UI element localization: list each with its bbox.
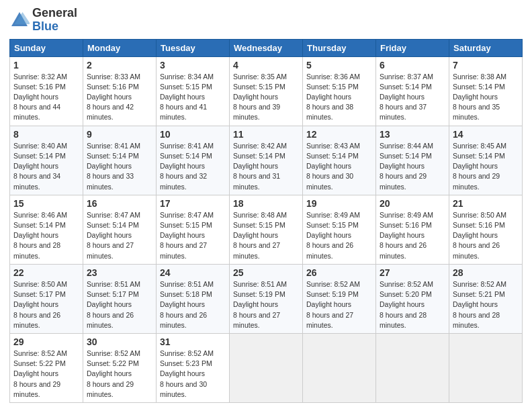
day-info: Sunrise: 8:34 AMSunset: 5:15 PMDaylight … (160, 72, 226, 123)
calendar-table: SundayMondayTuesdayWednesdayThursdayFrid… (9, 39, 523, 403)
day-number: 24 (160, 267, 226, 278)
calendar-day-cell: 11Sunrise: 8:42 AMSunset: 5:14 PMDayligh… (230, 126, 303, 195)
day-number: 10 (160, 129, 226, 140)
weekday-header: Saturday (449, 39, 523, 56)
day-number: 15 (13, 198, 79, 209)
calendar-day-cell: 14Sunrise: 8:45 AMSunset: 5:14 PMDayligh… (449, 126, 523, 195)
calendar-day-cell: 26Sunrise: 8:52 AMSunset: 5:19 PMDayligh… (303, 264, 376, 333)
header: General Blue (9, 7, 523, 34)
calendar-day-cell: 16Sunrise: 8:47 AMSunset: 5:14 PMDayligh… (83, 195, 157, 264)
page-container: General Blue SundayMondayTuesdayWednesda… (0, 0, 532, 408)
calendar-day-cell: 29Sunrise: 8:52 AMSunset: 5:22 PMDayligh… (10, 333, 83, 402)
day-info: Sunrise: 8:43 AMSunset: 5:14 PMDaylight … (306, 141, 372, 192)
day-info: Sunrise: 8:51 AMSunset: 5:17 PMDaylight … (87, 279, 152, 330)
logo-general: General (32, 6, 77, 19)
day-info: Sunrise: 8:37 AMSunset: 5:14 PMDaylight … (380, 72, 445, 123)
calendar-day-cell: 7Sunrise: 8:38 AMSunset: 5:14 PMDaylight… (449, 56, 523, 126)
day-info: Sunrise: 8:36 AMSunset: 5:15 PMDaylight … (306, 72, 372, 123)
day-number: 30 (87, 336, 152, 347)
calendar-day-cell: 8Sunrise: 8:40 AMSunset: 5:14 PMDaylight… (10, 126, 83, 195)
calendar-day-cell: 21Sunrise: 8:50 AMSunset: 5:16 PMDayligh… (449, 195, 523, 264)
logo-text: General Blue (32, 7, 77, 34)
day-info: Sunrise: 8:33 AMSunset: 5:16 PMDaylight … (87, 72, 152, 123)
logo-icon (9, 10, 30, 30)
day-info: Sunrise: 8:50 AMSunset: 5:17 PMDaylight … (13, 279, 79, 330)
day-number: 9 (87, 129, 152, 140)
weekday-header: Wednesday (230, 39, 303, 56)
calendar-week-row: 8Sunrise: 8:40 AMSunset: 5:14 PMDaylight… (10, 126, 523, 195)
calendar-day-cell (230, 333, 303, 402)
day-info: Sunrise: 8:49 AMSunset: 5:16 PMDaylight … (380, 210, 445, 261)
calendar-day-cell (449, 333, 523, 402)
day-number: 5 (306, 60, 372, 71)
calendar-day-cell: 12Sunrise: 8:43 AMSunset: 5:14 PMDayligh… (303, 126, 376, 195)
day-number: 25 (233, 267, 299, 278)
day-info: Sunrise: 8:32 AMSunset: 5:16 PMDaylight … (13, 72, 79, 123)
day-number: 17 (160, 198, 226, 209)
calendar-day-cell: 24Sunrise: 8:51 AMSunset: 5:18 PMDayligh… (157, 264, 230, 333)
day-info: Sunrise: 8:40 AMSunset: 5:14 PMDaylight … (13, 141, 79, 192)
calendar-week-row: 1Sunrise: 8:32 AMSunset: 5:16 PMDaylight… (10, 56, 523, 126)
weekday-header: Tuesday (157, 39, 230, 56)
calendar-day-cell: 10Sunrise: 8:41 AMSunset: 5:14 PMDayligh… (157, 126, 230, 195)
day-info: Sunrise: 8:51 AMSunset: 5:19 PMDaylight … (233, 279, 299, 330)
day-info: Sunrise: 8:35 AMSunset: 5:15 PMDaylight … (233, 72, 299, 123)
calendar-day-cell: 25Sunrise: 8:51 AMSunset: 5:19 PMDayligh… (230, 264, 303, 333)
day-info: Sunrise: 8:50 AMSunset: 5:16 PMDaylight … (453, 210, 519, 261)
calendar-day-cell: 18Sunrise: 8:48 AMSunset: 5:15 PMDayligh… (230, 195, 303, 264)
day-number: 21 (453, 198, 519, 209)
day-number: 7 (453, 60, 519, 71)
calendar-day-cell: 2Sunrise: 8:33 AMSunset: 5:16 PMDaylight… (83, 56, 157, 126)
day-number: 3 (160, 60, 226, 71)
calendar-day-cell: 15Sunrise: 8:46 AMSunset: 5:14 PMDayligh… (10, 195, 83, 264)
calendar-day-cell: 3Sunrise: 8:34 AMSunset: 5:15 PMDaylight… (157, 56, 230, 126)
day-number: 13 (380, 129, 445, 140)
calendar-day-cell: 19Sunrise: 8:49 AMSunset: 5:15 PMDayligh… (303, 195, 376, 264)
day-info: Sunrise: 8:38 AMSunset: 5:14 PMDaylight … (453, 72, 519, 123)
calendar-day-cell: 31Sunrise: 8:52 AMSunset: 5:23 PMDayligh… (157, 333, 230, 402)
calendar-week-row: 15Sunrise: 8:46 AMSunset: 5:14 PMDayligh… (10, 195, 523, 264)
day-info: Sunrise: 8:47 AMSunset: 5:14 PMDaylight … (87, 210, 152, 261)
calendar-day-cell: 5Sunrise: 8:36 AMSunset: 5:15 PMDaylight… (303, 56, 376, 126)
calendar-day-cell (303, 333, 376, 402)
day-number: 2 (87, 60, 152, 71)
day-number: 27 (380, 267, 445, 278)
day-number: 31 (160, 336, 226, 347)
weekday-header: Friday (376, 39, 449, 56)
day-number: 4 (233, 60, 299, 71)
calendar-day-cell: 6Sunrise: 8:37 AMSunset: 5:14 PMDaylight… (376, 56, 449, 126)
day-number: 1 (13, 60, 79, 71)
calendar-day-cell: 13Sunrise: 8:44 AMSunset: 5:14 PMDayligh… (376, 126, 449, 195)
day-number: 16 (87, 198, 152, 209)
day-number: 22 (13, 267, 79, 278)
day-info: Sunrise: 8:45 AMSunset: 5:14 PMDaylight … (453, 141, 519, 192)
day-info: Sunrise: 8:42 AMSunset: 5:14 PMDaylight … (233, 141, 299, 192)
weekday-header: Thursday (303, 39, 376, 56)
logo: General Blue (9, 7, 77, 34)
calendar-day-cell: 23Sunrise: 8:51 AMSunset: 5:17 PMDayligh… (83, 264, 157, 333)
day-info: Sunrise: 8:44 AMSunset: 5:14 PMDaylight … (380, 141, 445, 192)
day-info: Sunrise: 8:52 AMSunset: 5:23 PMDaylight … (160, 349, 226, 400)
day-number: 18 (233, 198, 299, 209)
day-number: 20 (380, 198, 445, 209)
calendar-day-cell: 9Sunrise: 8:41 AMSunset: 5:14 PMDaylight… (83, 126, 157, 195)
day-info: Sunrise: 8:48 AMSunset: 5:15 PMDaylight … (233, 210, 299, 261)
calendar-day-cell: 22Sunrise: 8:50 AMSunset: 5:17 PMDayligh… (10, 264, 83, 333)
day-number: 12 (306, 129, 372, 140)
day-info: Sunrise: 8:47 AMSunset: 5:15 PMDaylight … (160, 210, 226, 261)
calendar-day-cell: 28Sunrise: 8:52 AMSunset: 5:21 PMDayligh… (449, 264, 523, 333)
calendar-day-cell: 30Sunrise: 8:52 AMSunset: 5:22 PMDayligh… (83, 333, 157, 402)
day-number: 6 (380, 60, 445, 71)
logo-blue: Blue (32, 19, 58, 33)
day-info: Sunrise: 8:52 AMSunset: 5:19 PMDaylight … (306, 279, 372, 330)
calendar-week-row: 22Sunrise: 8:50 AMSunset: 5:17 PMDayligh… (10, 264, 523, 333)
weekday-header-row: SundayMondayTuesdayWednesdayThursdayFrid… (10, 39, 523, 56)
day-info: Sunrise: 8:51 AMSunset: 5:18 PMDaylight … (160, 279, 226, 330)
calendar-day-cell: 17Sunrise: 8:47 AMSunset: 5:15 PMDayligh… (157, 195, 230, 264)
day-number: 29 (13, 336, 79, 347)
day-info: Sunrise: 8:49 AMSunset: 5:15 PMDaylight … (306, 210, 372, 261)
calendar-week-row: 29Sunrise: 8:52 AMSunset: 5:22 PMDayligh… (10, 333, 523, 402)
calendar-day-cell: 4Sunrise: 8:35 AMSunset: 5:15 PMDaylight… (230, 56, 303, 126)
day-number: 19 (306, 198, 372, 209)
day-number: 11 (233, 129, 299, 140)
